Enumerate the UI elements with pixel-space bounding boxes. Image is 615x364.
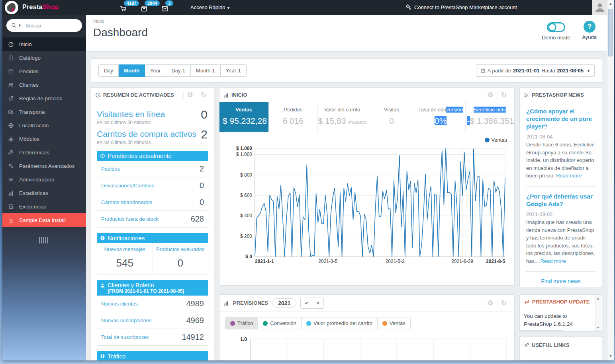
article-title[interactable]: ¿Cómo apoyar el crecimiento de un pure p… xyxy=(526,108,595,130)
find-more-news-link[interactable]: Find more news xyxy=(526,278,595,284)
panel-scrollbar[interactable]: ▲▼ xyxy=(595,296,601,331)
active-carts-sub: en los últimos 30 minutos xyxy=(97,140,208,145)
svg-text:1.0: 1.0 xyxy=(240,337,247,342)
activity-row[interactable]: Devoluciones/Cambios0 xyxy=(97,177,208,194)
svg-text:$ 600: $ 600 xyxy=(240,193,252,198)
online-visitors-label[interactable]: Visitantes en línea xyxy=(97,109,208,119)
prestashop-logo-icon[interactable] xyxy=(5,1,18,14)
activity-row[interactable]: Total de suscriptores14912 xyxy=(97,329,208,345)
gear-icon[interactable]: ⚙ xyxy=(484,91,497,99)
scrollbar-thumb[interactable] xyxy=(608,9,613,56)
sidebar-item-transporte[interactable]: Transporte xyxy=(2,105,86,119)
breadcrumb[interactable]: Inicio xyxy=(93,18,607,24)
scroll-up-icon[interactable]: ▲ xyxy=(595,297,601,300)
topbar-box-button[interactable]: 2944 xyxy=(141,3,149,12)
search-input[interactable] xyxy=(25,23,77,29)
sidebar-item-estad-sticas[interactable]: Estadísticas xyxy=(2,186,86,200)
sidebar-item-label: Reglas de precios xyxy=(19,95,62,101)
forecast-next-button[interactable]: » xyxy=(312,298,324,309)
read-more-link[interactable]: Read more xyxy=(540,258,566,264)
sidebar-item-par-metros-avanzados[interactable]: Parámetros Avanzados xyxy=(2,159,86,173)
sidebar-item-label: Estadísticas xyxy=(19,190,48,196)
sidebar-menu: InicioCatálogoPedidosClientesReglas de p… xyxy=(2,37,86,227)
trends-panel-title: INICIO xyxy=(231,92,247,98)
article-title[interactable]: ¿Por qué deberías usar Google Ads? xyxy=(526,193,595,208)
read-more-link[interactable]: Read more xyxy=(556,173,582,179)
traffic-section-header: Tráfico xyxy=(97,351,208,360)
kpi-valor-del-carrito[interactable]: Valor del carrito$ 15,83 impuestos xyxy=(317,102,367,132)
active-carts-label[interactable]: Carritos de compra activos xyxy=(97,129,208,139)
forecast-tab-valor-promedio-del-carrito[interactable]: Valor promedio del carrito xyxy=(301,317,377,329)
scroll-down-icon[interactable]: ▼ xyxy=(595,326,601,329)
kpi-versi-n[interactable]: Tasa de conversión0% xyxy=(416,102,465,132)
sidebar-item-inicio[interactable]: Inicio xyxy=(2,37,86,51)
update-panel: PRESTASHOP UPDATE You can update to Pres… xyxy=(519,294,602,332)
article-text: Imagina que has creado una tienda nueva … xyxy=(526,218,595,265)
sidebar-item-preferencias[interactable]: Preferencias xyxy=(2,146,86,159)
refresh-icon[interactable]: ↻ xyxy=(497,91,510,99)
sidebar-item-m-dulos[interactable]: Módulos xyxy=(2,132,86,146)
update-button[interactable] xyxy=(520,330,564,332)
period-button-day[interactable]: Day xyxy=(98,64,119,77)
sidebar-item-pedidos[interactable]: Pedidos xyxy=(2,64,86,78)
sidebar-item-existencias[interactable]: Existencias xyxy=(2,200,86,213)
period-button-month-1[interactable]: Month-1 xyxy=(191,64,221,77)
forecast-tab-conversi-n[interactable]: Conversión xyxy=(258,317,301,329)
period-button-year[interactable]: Year xyxy=(145,64,166,77)
sidebar-item-clientes[interactable]: Clientes xyxy=(2,78,86,91)
page-scrollbar[interactable]: ▲ ▼ xyxy=(607,0,614,360)
help-control[interactable]: ? Ayuda xyxy=(582,21,597,41)
forecast-prev-button[interactable]: « xyxy=(300,298,312,309)
sidebar-item-localizaci-n[interactable]: Localización xyxy=(2,119,86,132)
gear-icon[interactable]: ⚙ xyxy=(183,91,197,99)
forecast-tab-ventas[interactable]: Ventas xyxy=(377,317,410,329)
activity-row[interactable]: Nuevas suscripciones4969 xyxy=(97,312,208,329)
person-icon xyxy=(100,283,105,288)
news-articles: ¿Cómo apoyar el crecimiento de un pure p… xyxy=(520,102,602,287)
quick-access-menu[interactable]: Acceso Rápido ▼ xyxy=(190,4,230,10)
avatar[interactable] xyxy=(592,0,607,15)
kpi-ventas[interactable]: Ventas$ 95.232,28 impuestos xyxy=(219,102,268,132)
date-range-picker[interactable]: A partir de 2021-01-01 Hasta 2021-08-05 … xyxy=(476,64,595,77)
notification-cell[interactable]: Productos evaluados0 xyxy=(153,243,208,274)
help-icon[interactable]: ? xyxy=(584,21,595,33)
refresh-icon[interactable]: ↻ xyxy=(497,299,510,307)
kpi-value: 6 016 xyxy=(269,116,318,126)
stock-icon xyxy=(8,204,14,210)
sidebar-search: ▼ xyxy=(2,15,86,37)
topbar-cart-button[interactable]: 4187 xyxy=(120,3,129,12)
forecast-tab-tr-fico[interactable]: Tráfico xyxy=(225,317,258,329)
activity-row[interactable]: Nuevos clientes4989 xyxy=(97,296,208,312)
sidebar-item-sample-data-install[interactable]: Sample Data Install xyxy=(2,213,86,227)
scroll-down-icon[interactable]: ▼ xyxy=(607,354,614,358)
sidebar-item-cat-logo[interactable]: Catálogo xyxy=(2,51,86,64)
demo-mode-control[interactable]: Demo mode xyxy=(542,21,570,41)
period-button-month[interactable]: Month xyxy=(119,64,145,77)
activity-row[interactable]: Pedidos2 xyxy=(97,161,208,177)
sidebar-item-administraci-n[interactable]: Administración xyxy=(2,173,86,186)
kpi-visitas[interactable]: Visitas0 xyxy=(367,102,416,132)
period-button-day-1[interactable]: Day-1 xyxy=(166,64,191,77)
forecast-year-badge[interactable]: 2021 xyxy=(272,298,296,308)
series-dot-icon xyxy=(263,321,268,326)
topbar-envelope-button[interactable]: 3 xyxy=(161,3,170,12)
search-icon[interactable]: ▼ xyxy=(11,23,22,28)
scroll-up-icon[interactable]: ▲ xyxy=(607,2,614,6)
period-button-year-1[interactable]: Year-1 xyxy=(221,64,247,77)
row-label: Carritos abandonados xyxy=(101,199,152,205)
sidebar-item-reglas-de-precios[interactable]: Reglas de precios xyxy=(2,91,86,105)
kpi-value: $ 95.232,28 impuestos xyxy=(219,116,268,126)
notification-cell[interactable]: Nuevos mensajes545 xyxy=(97,243,153,274)
sidebar-collapse-grip[interactable] xyxy=(39,237,48,243)
kpi-value: $ 15,83 impuestos xyxy=(318,116,367,126)
gear-icon[interactable]: ⚙ xyxy=(484,299,497,307)
marketplace-link[interactable]: Connect to PrestaShop Marketplace accoun… xyxy=(405,4,517,10)
activity-row[interactable]: Productos fuera de stock628 xyxy=(97,210,208,227)
kpi-pedidos[interactable]: Pedidos6 016 xyxy=(268,102,318,132)
demo-mode-toggle-icon[interactable] xyxy=(547,22,565,32)
row-value: 0 xyxy=(200,181,204,190)
kpi-beneficio-neto[interactable]: Beneficio neto-$ 1.386.351.36 xyxy=(465,102,515,132)
refresh-icon[interactable]: ↻ xyxy=(197,91,210,99)
activity-row[interactable]: Carritos abandonados0 xyxy=(97,194,208,210)
cell-value: 545 xyxy=(99,257,151,269)
